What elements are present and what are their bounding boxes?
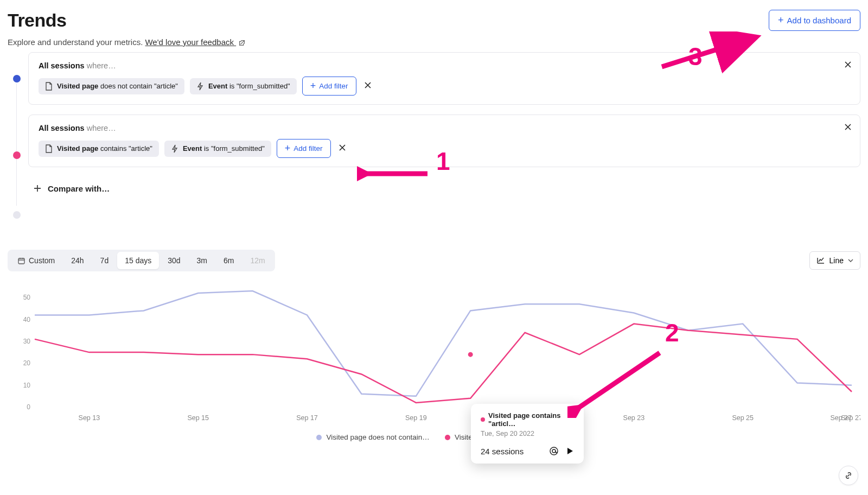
legend-dot [445, 435, 450, 440]
external-link-icon [238, 39, 246, 47]
y-tick-label: 30 [23, 338, 31, 345]
series-dot-empty [13, 211, 21, 219]
annotation-number-1: 1 [436, 147, 450, 176]
time-range-12m: 12m [242, 252, 272, 269]
chart-type-selector[interactable]: Line [809, 251, 860, 270]
lightning-icon [171, 144, 178, 153]
query-title: All sessions where… [39, 124, 850, 132]
annotation-number-2: 2 [665, 318, 679, 347]
page-subtitle: Explore and understand your metrics. We'… [8, 37, 246, 47]
close-card-button[interactable] [844, 123, 852, 134]
filter-chip-event[interactable]: Event is "form_submitted" [190, 78, 297, 94]
x-tick-label: Sep 15 [187, 414, 209, 422]
x-tick-label: Sep 19 [405, 414, 427, 422]
close-icon [339, 144, 346, 151]
time-range-3m[interactable]: 3m [189, 252, 215, 269]
x-tick-label: Sep 27 [830, 414, 852, 422]
trends-chart[interactable]: 01020304050Sep 13Sep 15Sep 17Sep 19Sep 2… [8, 281, 860, 428]
svg-rect-0 [18, 258, 24, 264]
y-tick-label: 20 [23, 359, 31, 367]
tooltip-date: Tue, Sep 20 2022 [481, 430, 574, 437]
time-range-selector: Custom24h7d15 days30d3m6m12m [8, 250, 275, 271]
at-icon[interactable] [549, 446, 559, 456]
time-range-24h[interactable]: 24h [63, 252, 91, 269]
y-tick-label: 10 [23, 382, 31, 389]
svg-point-2 [552, 449, 556, 453]
x-tick-label: Sep 23 [623, 414, 645, 422]
feedback-link[interactable]: We'd love your feedback [145, 37, 246, 47]
legend-item[interactable]: Visited page does not contain… [316, 433, 429, 441]
page-title: Trends [8, 10, 246, 31]
add-filter-button[interactable]: +Add filter [302, 77, 356, 96]
subtitle-text: Explore and understand your metrics. [8, 37, 145, 47]
chart-legend: Visited page does not contain…Visited pa… [8, 433, 860, 441]
annotation-number-3: 3 [688, 42, 703, 71]
time-range-15-days[interactable]: 15 days [117, 252, 159, 269]
chevron-down-icon [848, 259, 853, 262]
compare-with-button[interactable]: Compare with… [28, 177, 860, 200]
close-icon [844, 123, 852, 131]
play-icon[interactable] [565, 447, 574, 455]
link-icon [844, 471, 853, 480]
close-icon [364, 81, 372, 89]
close-card-button[interactable] [844, 60, 852, 71]
page-icon [45, 82, 53, 91]
add-to-dashboard-button[interactable]: + Add to dashboard [769, 10, 860, 31]
filter-chip-page[interactable]: Visited page does not contain "article" [39, 78, 184, 94]
page-icon [45, 144, 53, 153]
y-tick-label: 50 [23, 294, 31, 301]
series-dot-2 [13, 151, 21, 159]
chart-line [35, 291, 852, 396]
time-range-7d[interactable]: 7d [93, 252, 117, 269]
share-link-button[interactable] [839, 466, 858, 485]
x-tick-label: Sep 13 [79, 414, 100, 422]
line-chart-icon [816, 256, 825, 265]
plus-icon: + [310, 80, 316, 92]
time-range-custom[interactable]: Custom [10, 252, 62, 269]
close-icon [844, 60, 852, 69]
svg-point-1 [550, 447, 558, 455]
lightning-icon [196, 82, 204, 91]
chart-line [35, 324, 852, 403]
add-filter-button[interactable]: +Add filter [277, 139, 331, 158]
clear-filters-button[interactable] [336, 142, 348, 156]
legend-dot [316, 435, 322, 440]
plus-icon: + [285, 143, 291, 154]
calendar-icon [17, 257, 25, 265]
time-range-30d[interactable]: 30d [160, 252, 188, 269]
chart-tooltip: Visited page contains "articl… Tue, Sep … [471, 404, 584, 464]
tooltip-value: 24 sessions [481, 447, 524, 456]
y-tick-label: 40 [23, 316, 31, 323]
x-tick-label: Sep 25 [732, 414, 754, 422]
tooltip-series-label: Visited page contains "articl… [488, 411, 574, 428]
time-range-6m[interactable]: 6m [216, 252, 241, 269]
connector-line [16, 84, 17, 206]
plus-icon [33, 183, 42, 193]
clear-filters-button[interactable] [362, 79, 374, 93]
filter-chip-event[interactable]: Event is "form_submitted" [164, 141, 271, 157]
highlighted-point[interactable] [467, 351, 474, 358]
series-dot-1 [13, 75, 21, 82]
x-tick-label: Sep 17 [296, 414, 318, 422]
filter-chip-page[interactable]: Visited page contains "article" [39, 141, 159, 157]
tooltip-series-dot [481, 417, 485, 422]
y-tick-label: 0 [27, 403, 30, 411]
query-card-1: All sessions where… Visited page does no… [28, 52, 860, 105]
plus-icon: + [778, 15, 784, 26]
query-title: All sessions where… [39, 61, 850, 70]
